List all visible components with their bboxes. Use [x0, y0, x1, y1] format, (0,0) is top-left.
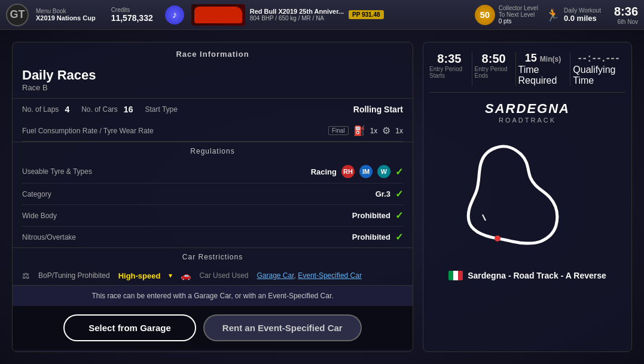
cars-item: No. of Cars 16 — [81, 105, 133, 114]
tyre-w-badge: W — [377, 165, 390, 178]
workout-value: 0.0 miles — [564, 14, 601, 23]
tyre-types-value: Racing RH IM W ✓ — [311, 165, 403, 178]
race-info-header: Race Information — [13, 42, 413, 65]
svg-point-0 — [495, 235, 500, 241]
rent-event-car-button[interactable]: Rent an Event-Specified Car — [203, 314, 362, 341]
car-name: Red Bull X2019 25th Anniver... — [250, 8, 344, 15]
car-restrictions-row: ⚖ BoP/Tuning Prohibited High-speed ▾ 🚗 C… — [13, 266, 413, 285]
time-value: 8:36 — [614, 5, 638, 19]
garage-car-link[interactable]: Garage Car — [257, 271, 294, 280]
svg-line-1 — [483, 215, 486, 221]
bop-label: BoP/Tuning Prohibited — [38, 271, 110, 280]
info-table: No. of Laps 4 No. of Cars 16 Start Type … — [13, 98, 413, 142]
car-links: Garage Car, Event-Specified Car — [257, 271, 361, 280]
qualifying-time-block: --:--.--- Qualifying Time — [573, 52, 625, 86]
notice-text: This race can be entered with a Garage C… — [91, 292, 333, 300]
time-date: 6th Nov — [614, 19, 638, 25]
qualifying-time-value: --:--.--- — [578, 52, 621, 65]
notice-bar: This race can be entered with a Garage C… — [13, 285, 413, 306]
collector-text: Collector Level To Next Level 0 pts — [499, 5, 538, 25]
wide-body-text: Prohibited — [352, 211, 390, 220]
credits-section: Credits 11,578,332 — [111, 7, 153, 23]
collector-pts: 0 pts — [499, 18, 538, 25]
app-logo: GT — [6, 4, 29, 26]
car-used-icon: 🚗 — [181, 271, 191, 280]
car-section: Red Bull X2019 25th Anniver... 804 BHP /… — [191, 4, 468, 26]
collector-to-next: To Next Level — [499, 11, 538, 18]
fuel-row: Fuel Consumption Rate / Tyre Wear Rate F… — [22, 120, 403, 142]
time-required-value: 15 Min(s) — [525, 52, 561, 65]
tyre-types-text: Racing — [311, 167, 337, 176]
top-bar: GT Menu Book X2019 Nations Cup Credits 1… — [0, 0, 644, 30]
tyre-rh-badge: RH — [341, 165, 355, 178]
credits-value: 11,578,332 — [111, 13, 153, 23]
entry-starts-value: 8:35 — [437, 52, 461, 66]
collector-badge: 50 — [475, 5, 495, 25]
car-restrictions-header: Car Restrictions — [13, 247, 413, 266]
category-value: Gr.3 ✓ — [376, 188, 403, 200]
credits-label: Credits — [111, 7, 153, 13]
category-label: Category — [22, 190, 51, 198]
tyre-mult: 1x — [395, 127, 403, 135]
regulation-rows: Useable Tyre & Types Racing RH IM W ✓ Ca… — [13, 160, 413, 247]
qualifying-time-label: Qualifying Time — [573, 65, 625, 86]
cars-label: No. of Cars — [81, 105, 118, 114]
track-name: Sardegna - Road Track - A Reverse — [468, 271, 606, 280]
tyre-types-label: Useable Tyre & Types — [22, 167, 92, 176]
car-thumbnail — [191, 4, 245, 26]
start-type-value: Rolling Start — [353, 105, 403, 114]
race-info-title: Race Information — [176, 50, 249, 59]
fuel-mult: 1x — [370, 127, 378, 135]
track-svg — [444, 131, 611, 262]
menu-label: Menu Book — [36, 8, 96, 14]
pp-badge: PP 931.48 — [349, 10, 384, 19]
category-text: Gr.3 — [376, 189, 390, 198]
wide-body-row: Wide Body Prohibited ✓ — [22, 205, 403, 227]
track-logo-sub: ROADTRACK — [485, 117, 570, 124]
action-buttons: Select from Garage Rent an Event-Specifi… — [13, 306, 413, 350]
left-panel: Race Information Daily Races Race B No. … — [12, 42, 413, 352]
fuel-icon: ⛽ — [353, 125, 365, 136]
tyre-check-icon: ✓ — [395, 166, 403, 178]
tyre-icon: ⚙ — [382, 125, 390, 136]
nitrous-row: Nitrous/Overtake Prohibited ✓ — [22, 227, 403, 247]
laps-value: 4 — [65, 105, 69, 114]
bop-icon: ⚖ — [22, 271, 30, 280]
workout-label: Daily Workout — [564, 7, 601, 14]
right-panel: 8:35 Entry Period Starts 8:50 Entry Peri… — [423, 42, 632, 352]
entry-ends-label: Entry Period Ends — [475, 66, 513, 79]
select-from-garage-button[interactable]: Select from Garage — [63, 314, 196, 341]
entry-period-ends-block: 8:50 Entry Period Ends — [475, 52, 513, 86]
time-required-block: 15 Min(s) Time Required — [518, 52, 567, 86]
speed-dropdown-icon[interactable]: ▾ — [169, 271, 172, 280]
tyre-types-row: Useable Tyre & Types Racing RH IM W ✓ — [22, 160, 403, 183]
car-used-label: Car Used Used — [199, 271, 248, 280]
laps-cars-row: No. of Laps 4 No. of Cars 16 Start Type … — [22, 99, 403, 120]
regulations-header: Regulations — [13, 142, 413, 160]
track-logo: SARDEGNA ROADTRACK — [485, 101, 570, 124]
time-section: 8:36 6th Nov — [614, 5, 638, 25]
entry-starts-label: Entry Period Starts — [429, 66, 469, 79]
italy-flag — [448, 271, 463, 280]
start-type-item: Start Type — [145, 105, 177, 114]
start-type-label: Start Type — [145, 105, 177, 114]
category-row: Category Gr.3 ✓ — [22, 183, 403, 205]
wide-body-label: Wide Body — [22, 212, 57, 220]
time-required-label: Time Required — [518, 65, 567, 86]
laps-label: No. of Laps — [22, 105, 59, 114]
menu-info: Menu Book X2019 Nations Cup — [36, 8, 96, 22]
event-car-link[interactable]: Event-Specified Car — [298, 271, 362, 280]
workout-text: Daily Workout 0.0 miles — [564, 7, 601, 23]
track-name-row: Sardegna - Road Track - A Reverse — [448, 271, 606, 280]
final-badge: Final — [328, 126, 349, 135]
time-separator-1 — [472, 52, 472, 86]
tyre-im-badge: IM — [359, 165, 373, 178]
cars-value: 16 — [124, 105, 133, 114]
daily-races-title: Daily Races — [22, 68, 403, 83]
wide-body-check-icon: ✓ — [395, 210, 403, 221]
race-label: Race B — [22, 83, 403, 92]
entry-period-starts-block: 8:35 Entry Period Starts — [429, 52, 469, 86]
times-row: 8:35 Entry Period Starts 8:50 Entry Peri… — [429, 48, 625, 93]
wide-body-value: Prohibited ✓ — [352, 210, 403, 221]
car-specs: 804 BHP / 650 kg / MR / NA — [250, 15, 344, 22]
